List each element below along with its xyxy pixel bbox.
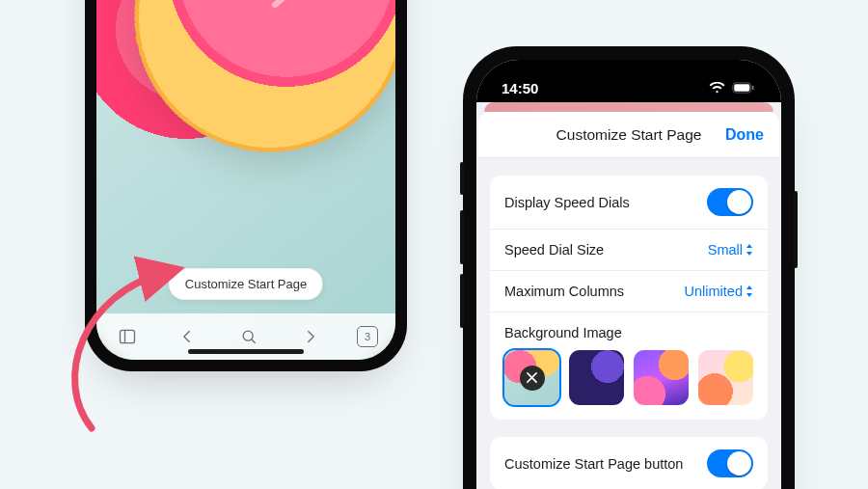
battery-icon	[731, 80, 756, 96]
wallpaper-donut	[96, 0, 395, 151]
bg-thumb-2[interactable]	[569, 350, 624, 405]
row-label: Display Speed Dials	[504, 195, 630, 210]
svg-line-3	[252, 340, 256, 343]
search-icon[interactable]	[235, 323, 262, 350]
underlying-sheet-peek	[484, 102, 773, 112]
settings-card-1: Display Speed Dials Speed Dial Size Smal…	[490, 176, 768, 420]
dynamic-island	[576, 69, 682, 98]
background-thumbnails	[490, 346, 768, 420]
customize-start-page-button[interactable]: Customize Start Page	[169, 268, 323, 300]
status-time: 14:50	[502, 80, 538, 96]
svg-rect-6	[752, 85, 754, 89]
status-bar: 14:50	[476, 60, 781, 102]
row-background-image: Background Image	[490, 312, 768, 346]
svg-point-2	[243, 331, 253, 340]
row-label: Customize Start Page button	[504, 456, 683, 472]
panel-icon[interactable]	[114, 323, 141, 350]
phone-right-screen: 14:50 Customize Start Page Done Display …	[476, 60, 781, 489]
back-icon[interactable]	[175, 323, 202, 350]
settings-card-2: Customize Start Page button	[490, 437, 768, 489]
toggle-customize-button[interactable]	[707, 449, 753, 477]
row-label: Maximum Columns	[504, 284, 624, 299]
bg-thumb-3[interactable]	[634, 350, 689, 405]
row-speed-dial-size[interactable]: Speed Dial Size Small	[490, 229, 768, 270]
sheet-body: Display Speed Dials Speed Dial Size Smal…	[476, 158, 781, 489]
chevron-updown-icon	[746, 244, 753, 256]
phone-left-screen: Customize Start Page 3	[96, 0, 395, 360]
row-value: Unlimited	[685, 284, 753, 299]
forward-icon[interactable]	[296, 323, 323, 350]
phone-right-mock: 14:50 Customize Start Page Done Display …	[463, 46, 795, 489]
bg-thumb-1[interactable]	[504, 350, 559, 405]
phone-left-mock: Customize Start Page 3	[85, 0, 407, 371]
wifi-icon	[709, 80, 725, 96]
row-customize-button: Customize Start Page button	[490, 437, 768, 489]
row-value: Small	[708, 242, 753, 258]
bg-thumb-4[interactable]	[698, 350, 753, 405]
row-label: Speed Dial Size	[504, 242, 604, 258]
sheet-header: Customize Start Page Done	[478, 112, 779, 158]
row-max-columns[interactable]: Maximum Columns Unlimited	[490, 270, 768, 312]
chevron-updown-icon	[746, 285, 753, 297]
remove-bg-icon[interactable]	[520, 366, 545, 391]
tabs-button[interactable]: 3	[357, 326, 378, 347]
row-label: Background Image	[504, 325, 622, 340]
sheet-title: Customize Start Page	[556, 126, 702, 144]
svg-rect-0	[121, 330, 135, 342]
home-indicator	[188, 349, 304, 354]
row-display-speed-dials: Display Speed Dials	[490, 176, 768, 229]
done-button[interactable]: Done	[725, 126, 764, 144]
toggle-display-speed-dials[interactable]	[707, 188, 753, 216]
svg-rect-5	[734, 84, 749, 92]
